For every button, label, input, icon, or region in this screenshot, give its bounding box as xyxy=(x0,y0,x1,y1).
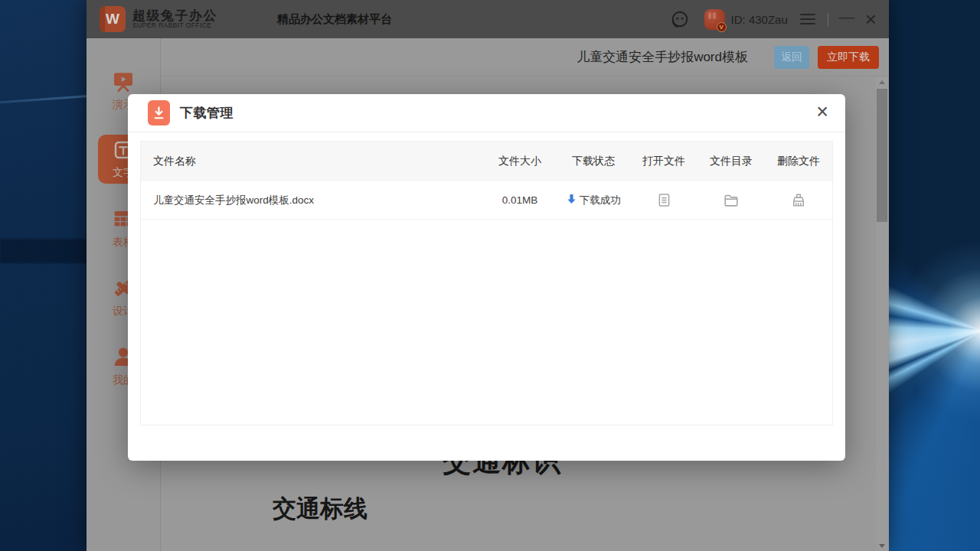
modal-title: 下载管理 xyxy=(180,104,234,122)
app-logo: W xyxy=(100,6,126,32)
platform-tagline: 精品办公文档素材平台 xyxy=(277,12,392,27)
wallpaper-shade xyxy=(0,239,92,263)
user-avatar[interactable]: V xyxy=(704,9,725,30)
col-open-file: 打开文件 xyxy=(630,155,697,168)
presentation-icon xyxy=(111,69,136,96)
file-size: 0.01MB xyxy=(483,194,557,206)
titlebar: W 超级兔子办公 SUPER RABBIT OFFICE 精品办公文档素材平台 xyxy=(87,0,889,38)
scrollbar-thumb[interactable] xyxy=(877,89,887,222)
titlebar-divider xyxy=(828,13,828,26)
vip-badge: V xyxy=(717,22,727,32)
table-header-row: 文件名称 文件大小 下载状态 打开文件 文件目录 删除文件 xyxy=(141,142,832,181)
download-success-arrow-icon xyxy=(567,194,577,207)
col-file-directory: 文件目录 xyxy=(697,155,765,168)
app-logo-letter: W xyxy=(106,11,119,28)
delete-broom-icon[interactable] xyxy=(790,192,807,209)
avatar-detail xyxy=(713,12,716,19)
table-row: 儿童交通安全手抄报word模板.docx 0.01MB 下载成功 xyxy=(141,181,832,220)
customer-service-icon[interactable] xyxy=(670,9,691,30)
download-manager-icon xyxy=(148,100,170,126)
download-table: 文件名称 文件大小 下载状态 打开文件 文件目录 删除文件 儿童交通安全手抄报w… xyxy=(140,141,833,425)
modal-close-icon[interactable]: × xyxy=(816,102,828,122)
scroll-up-icon[interactable] xyxy=(876,77,888,87)
menu-icon[interactable] xyxy=(800,11,815,28)
brand-name: 超级兔子办公 xyxy=(132,9,217,23)
download-now-button[interactable]: 立即下载 xyxy=(818,46,879,69)
file-name: 儿童交通安全手抄报word模板.docx xyxy=(141,194,483,207)
avatar-detail xyxy=(708,12,711,19)
close-window-button[interactable]: × xyxy=(865,9,877,29)
scroll-down-icon[interactable] xyxy=(876,540,888,551)
back-button[interactable]: 返回 xyxy=(774,46,809,69)
brand-block: 超级兔子办公 SUPER RABBIT OFFICE xyxy=(132,9,217,30)
download-status-text: 下载成功 xyxy=(580,194,621,207)
document-subheading: 交通标线 xyxy=(273,493,368,525)
col-delete-file: 删除文件 xyxy=(765,155,832,168)
brand-subtitle: SUPER RABBIT OFFICE xyxy=(132,22,217,29)
user-id: ID: 430Zau xyxy=(731,13,788,26)
folder-icon[interactable] xyxy=(723,192,740,209)
page-header: 儿童交通安全手抄报word模板 返回 立即下载 xyxy=(162,38,889,77)
download-status: 下载成功 xyxy=(557,194,630,207)
download-manager-modal: 下载管理 × 文件名称 文件大小 下载状态 打开文件 文件目录 删除文件 儿童交… xyxy=(128,94,845,461)
modal-header: 下载管理 × xyxy=(128,94,845,132)
open-file-icon[interactable] xyxy=(656,192,672,208)
col-file-size: 文件大小 xyxy=(483,155,557,168)
col-download-status: 下载状态 xyxy=(557,155,630,168)
page-title: 儿童交通安全手抄报word模板 xyxy=(577,48,748,66)
wallpaper-light-rays xyxy=(885,0,980,551)
content-scrollbar[interactable] xyxy=(876,77,888,551)
col-file-name: 文件名称 xyxy=(141,155,483,168)
modal-body: 文件名称 文件大小 下载状态 打开文件 文件目录 删除文件 儿童交通安全手抄报w… xyxy=(128,132,845,425)
minimize-button[interactable]: — xyxy=(839,9,854,24)
desktop: W 超级兔子办公 SUPER RABBIT OFFICE 精品办公文档素材平台 xyxy=(0,0,980,551)
wallpaper-beam xyxy=(0,94,100,104)
